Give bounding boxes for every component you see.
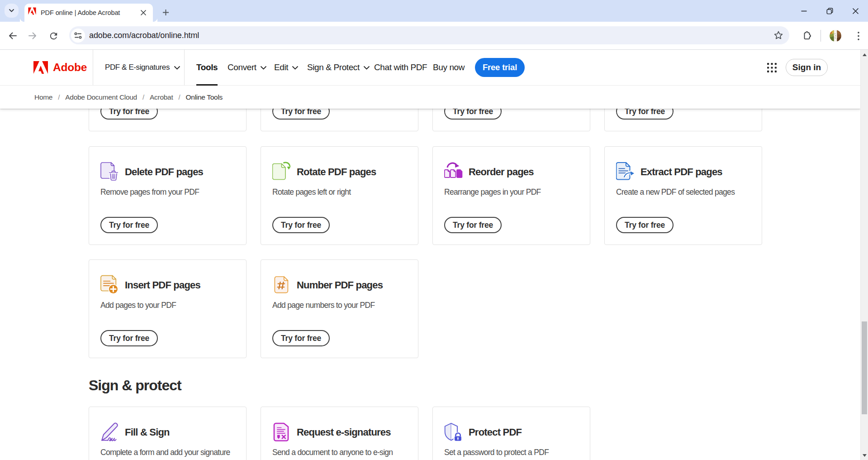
page-scrollbar[interactable] [860,50,868,460]
adobe-logo[interactable]: Adobe [33,50,87,85]
tool-card-delete-pdf-pages: Delete PDF pagesRemove pages from your P… [89,146,247,245]
request-esign-icon [272,422,292,443]
product-menu[interactable]: PDF & E-signatures [105,50,180,85]
card-title: Fill & Sign [125,426,170,438]
tool-card-insert-pdf-pages: Insert PDF pagesAdd pages to your PDFTry… [89,259,247,358]
nav-item-sign-protect[interactable]: Sign & Protect [307,50,370,85]
card-description: Create a new PDF of selected pages [616,187,735,197]
page-content: Sign & protect Try for freeTry for freeT… [0,109,860,460]
card-description: Set a password to protect a PDF [444,448,549,457]
fill-sign-icon [100,422,120,443]
try-for-free-button[interactable]: Try for free [444,109,502,120]
chevron-down-icon [9,8,14,14]
card-title: Delete PDF pages [125,166,203,178]
site-settings-icon [74,32,82,39]
forward-arrow-icon [28,31,38,41]
card-title: Protect PDF [469,426,522,438]
minimize-icon [801,8,807,14]
header-separator [93,50,93,85]
back-button[interactable] [4,22,22,50]
delete-pdf-icon [100,162,120,182]
card-description: Add pages to your PDF [100,301,176,310]
tool-card-number-pdf-pages: Number PDF pagesAdd page numbers to your… [261,259,418,358]
chevron-down-icon [363,66,370,70]
tab-close-icon[interactable] [140,10,147,16]
card-description: Remove pages from your PDF [100,187,199,197]
window-close-button[interactable] [845,0,866,22]
url-bar[interactable]: adobe.com/acrobat/online.html [69,26,789,44]
protect-pdf-icon [444,422,464,443]
triangle-down-icon [863,454,867,457]
breadcrumb-item-acrobat[interactable]: Acrobat [150,93,173,101]
profile-avatar[interactable] [830,30,841,42]
card-head: Fill & Sign [100,422,170,443]
nav-item-label: Buy now [433,62,465,72]
nav-item-label: Chat with PDF [374,62,427,72]
tab-search-button[interactable] [5,4,19,18]
nav-item-label: Edit [274,62,288,72]
nav-item-label: Sign & Protect [307,62,360,72]
window-restore-button[interactable] [819,0,840,22]
nav-item-convert[interactable]: Convert [228,50,267,85]
breadcrumb-item-home[interactable]: Home [34,93,52,101]
rotate-pdf-icon [272,162,292,182]
card-title: Reorder pages [469,166,534,178]
avatar-image [830,30,841,42]
app-grid-icon[interactable] [767,63,777,72]
window-minimize-button[interactable] [793,0,814,22]
bookmark-star-icon[interactable] [773,30,783,40]
tab-title: PDF online | Adobe Acrobat [41,4,120,22]
sign-in-button[interactable]: Sign in [786,59,828,76]
nav-item-edit[interactable]: Edit [274,50,299,85]
adobe-logo-text: Adobe [53,61,87,74]
scrollbar-up-arrow[interactable] [861,51,868,58]
url-text[interactable]: adobe.com/acrobat/online.html [89,26,199,44]
free-trial-button[interactable]: Free trial [475,58,525,77]
card-title: Insert PDF pages [125,279,200,291]
back-arrow-icon [8,31,18,41]
try-for-free-button[interactable]: Try for free [616,109,674,120]
try-for-free-button[interactable]: Try for free [100,217,158,233]
reload-button[interactable] [44,22,62,50]
try-for-free-button[interactable]: Try for free [272,217,330,233]
reorder-pages-icon [444,162,464,182]
browser-tabstrip: PDF online | Adobe Acrobat [0,0,868,22]
restore-icon [826,8,833,14]
breadcrumb: Home/Adobe Document Cloud/Acrobat/Online… [0,86,860,109]
tool-card: Try for free [604,109,762,131]
scrollbar-down-arrow[interactable] [861,451,868,459]
try-for-free-button[interactable]: Try for free [100,109,158,120]
nav-item-tools[interactable]: Tools [196,50,218,85]
card-head: Extract PDF pages [616,162,722,182]
try-for-free-button[interactable]: Try for free [444,217,502,233]
breadcrumb-item-adobe-document-cloud[interactable]: Adobe Document Cloud [65,93,137,101]
site-info-button[interactable] [71,29,85,43]
card-description: Rearrange pages in your PDF [444,187,541,197]
nav-item-label: Tools [196,62,218,72]
page-viewport: Adobe PDF & E-signatures ToolsConvertEdi… [0,50,860,460]
forward-button[interactable] [24,22,42,50]
reload-icon [48,31,59,41]
breadcrumb-separator: / [178,93,180,101]
scrollbar-thumb[interactable] [862,321,867,414]
insert-pdf-icon [100,275,120,296]
chevron-down-icon [260,66,267,70]
site-header: Adobe PDF & E-signatures ToolsConvertEdi… [0,50,860,86]
card-row: Try for freeTry for freeTry for freeTry … [89,109,762,131]
new-tab-button[interactable] [162,9,169,16]
try-for-free-button[interactable]: Try for free [616,217,674,233]
card-title: Number PDF pages [297,279,383,291]
try-for-free-button[interactable]: Try for free [100,330,158,346]
chevron-down-icon [174,66,180,70]
tool-card-fill-sign: Fill & SignComplete a form and add your … [89,407,247,460]
card-description: Add page numbers to your PDF [272,301,375,310]
browser-tab-active[interactable]: PDF online | Adobe Acrobat [24,4,153,22]
nav-item-buy-now[interactable]: Buy now [433,50,465,85]
try-for-free-button[interactable]: Try for free [272,330,330,346]
browser-menu-icon[interactable] [858,32,859,40]
extensions-icon[interactable] [802,31,811,40]
card-row: Delete PDF pagesRemove pages from your P… [89,146,762,245]
adobe-favicon [28,7,37,15]
nav-item-chat-with-pdf[interactable]: Chat with PDF [374,50,427,85]
try-for-free-button[interactable]: Try for free [272,109,330,120]
